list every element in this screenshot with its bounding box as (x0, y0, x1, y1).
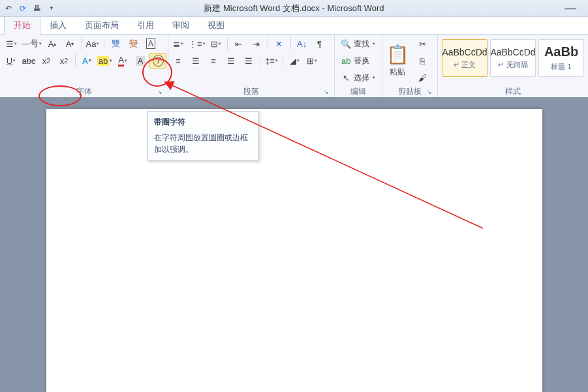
style-preview: AaBbCcDd (490, 47, 535, 57)
style-name: ↵ 正文 (454, 60, 476, 70)
copy-button[interactable]: ⎘ (414, 53, 431, 68)
clipboard-dialog-launcher[interactable]: ↘ (426, 88, 433, 96)
style-heading1[interactable]: AaBb 标题 1 (538, 39, 584, 77)
print-icon[interactable]: 🖶 (31, 3, 43, 14)
style-preview: AaBbCcDd (442, 47, 487, 57)
redo-icon[interactable]: ⟳ (17, 3, 29, 14)
replace-button[interactable]: ab 替换 (336, 53, 380, 68)
style-normal[interactable]: AaBbCcDd ↵ 正文 (442, 39, 487, 77)
tab-insert[interactable]: 插入 (40, 17, 76, 34)
window-title: 新建 Microsoft Word 文档.docx - Microsoft Wo… (204, 3, 384, 14)
style-name: ↵ 无间隔 (498, 60, 527, 70)
group-paragraph: ≣▾ ⋮≡▾ ⊟▾ ⇤ ⇥ ✕ A↓ ¶ ≡ ☰ ≡ ☰ ☰ ‡≡▾ (168, 35, 335, 97)
tab-references[interactable]: 引用 (128, 17, 163, 34)
group-clipboard-label: 剪贴板 ↘ (384, 85, 436, 97)
text-effects-button[interactable]: A▾ (78, 53, 95, 68)
shrink-font-button[interactable]: A▾ (61, 36, 78, 52)
tab-review[interactable]: 审阅 (163, 17, 198, 34)
group-styles-label: 样式 (439, 85, 587, 97)
align-justify-dropdown[interactable]: ☰▾ (3, 36, 20, 52)
tooltip-title: 带圈字符 (154, 117, 252, 128)
borders-button[interactable]: ⊞▾ (303, 53, 320, 68)
show-marks-button[interactable]: ¶ (311, 36, 328, 52)
tooltip-body: 在字符周围放置圆圈或边框加以强调。 (154, 132, 252, 155)
group-font: ☰▾ —号▾ A▴ A▾ Aa▾ 雙 變 A U▾ abc x2 x2 A▾ a… (0, 35, 168, 97)
text-direction-button[interactable]: ✕ (271, 36, 288, 52)
sort-button[interactable]: A↓ (294, 36, 311, 52)
group-font-label: 字体 ↘ (1, 85, 166, 97)
style-name: 标题 1 (551, 62, 571, 72)
group-editing-label: 编辑 (336, 85, 380, 97)
replace-icon: ab (341, 55, 351, 66)
underline-button[interactable]: U▾ (3, 53, 20, 68)
find-button[interactable]: 🔍 查找▾ (336, 36, 380, 52)
group-clipboard: 📋 粘贴 ✂ ⎘ 🖌 剪贴板 ↘ (382, 35, 438, 97)
group-editing: 🔍 查找▾ ab 替换 ↖ 选择▾ 编辑 (335, 35, 382, 97)
subscript-button[interactable]: x2 (38, 53, 55, 68)
paste-icon: 📋 (386, 44, 409, 65)
find-label: 查找 (354, 38, 369, 50)
cut-button[interactable]: ✂ (414, 36, 431, 52)
character-shading-button[interactable]: A (132, 53, 149, 68)
font-color-button[interactable]: A▾ (114, 53, 131, 68)
group-styles: AaBbCcDd ↵ 正文 AaBbCcDd ↵ 无间隔 AaBb 标题 1 样… (438, 35, 588, 97)
strikethrough-button[interactable]: abc (20, 53, 37, 68)
select-button[interactable]: ↖ 选择▾ (336, 70, 380, 85)
change-case-button[interactable]: Aa▾ (84, 36, 101, 52)
find-icon: 🔍 (341, 38, 351, 49)
align-left-button[interactable]: ≡ (170, 53, 187, 68)
group-paragraph-label: 段落 ↘ (170, 85, 333, 97)
qat-dropdown-icon[interactable]: ▼ (46, 3, 57, 14)
select-icon: ↖ (341, 72, 351, 83)
group-editing-text: 编辑 (350, 86, 366, 97)
align-center-button[interactable]: ☰ (187, 53, 204, 68)
group-font-text: 字体 (76, 86, 92, 97)
shading-button[interactable]: ◢▾ (286, 53, 303, 68)
enclose-characters-button[interactable]: 字 (149, 53, 166, 68)
ribbon: ☰▾ —号▾ A▴ A▾ Aa▾ 雙 變 A U▾ abc x2 x2 A▾ a… (0, 35, 588, 98)
distribute-button[interactable]: ☰ (240, 53, 257, 68)
align-justify-button[interactable]: ☰ (223, 53, 240, 68)
paste-button[interactable]: 📋 粘贴 (384, 38, 411, 83)
tab-home[interactable]: 开始 (4, 16, 40, 35)
bullets-button[interactable]: ≣▾ (170, 36, 187, 52)
highlight-button[interactable]: ab▾ (96, 53, 114, 68)
tab-layout[interactable]: 页面布局 (76, 17, 128, 34)
line-spacing-button[interactable]: ‡≡▾ (263, 53, 280, 68)
decrease-indent-button[interactable]: ⇤ (230, 36, 247, 52)
ribbon-tabs: 开始 插入 页面布局 引用 审阅 视图 (0, 17, 588, 35)
character-border-button[interactable]: A (142, 36, 159, 52)
clear-formatting-button[interactable]: 變 (125, 36, 142, 52)
styles-gallery[interactable]: AaBbCcDd ↵ 正文 AaBbCcDd ↵ 无间隔 AaBb 标题 1 (439, 36, 587, 80)
document-area (0, 97, 588, 392)
superscript-button[interactable]: x2 (55, 53, 72, 68)
tab-view[interactable]: 视图 (198, 17, 234, 34)
phonetic-guide-button[interactable]: 雙 (107, 36, 124, 52)
style-nospacing[interactable]: AaBbCcDd ↵ 无间隔 (490, 39, 536, 77)
group-clipboard-text: 剪贴板 (398, 86, 422, 97)
select-label: 选择 (354, 72, 369, 83)
tooltip-enclose-char: 带圈字符 在字符周围放置圆圈或边框加以强调。 (147, 111, 259, 161)
minimize-icon[interactable]: — (565, 1, 576, 15)
style-preview: AaBb (544, 44, 578, 59)
font-size-dropdown[interactable]: —号▾ (20, 36, 43, 52)
grow-font-button[interactable]: A▴ (44, 36, 61, 52)
numbering-button[interactable]: ⋮≡▾ (187, 36, 207, 52)
document-page[interactable] (46, 109, 542, 392)
title-bar: ↶ ⟳ 🖶 ▼ 新建 Microsoft Word 文档.docx - Micr… (0, 0, 588, 17)
group-styles-text: 样式 (505, 86, 521, 97)
undo-icon[interactable]: ↶ (3, 3, 14, 14)
increase-indent-button[interactable]: ⇥ (248, 36, 265, 52)
multilevel-list-button[interactable]: ⊟▾ (208, 36, 224, 52)
group-paragraph-text: 段落 (243, 86, 259, 97)
replace-label: 替换 (354, 55, 369, 67)
align-right-button[interactable]: ≡ (205, 53, 222, 68)
quick-access-toolbar: ↶ ⟳ 🖶 ▼ (0, 3, 57, 14)
paragraph-dialog-launcher[interactable]: ↘ (322, 88, 330, 96)
font-dialog-launcher[interactable]: ↘ (156, 88, 164, 96)
paste-label: 粘贴 (390, 67, 405, 78)
format-painter-button[interactable]: 🖌 (414, 70, 431, 85)
